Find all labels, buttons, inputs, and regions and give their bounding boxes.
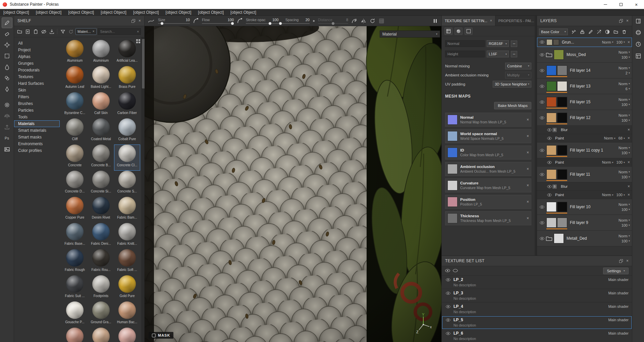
delete-effect-button[interactable]: × [628,160,630,164]
projection-tool-button[interactable] [2,40,12,50]
camera-tool-button[interactable] [2,144,12,154]
add-group-button[interactable] [612,28,620,36]
add-paint-layer-button[interactable] [587,28,594,36]
channel-format-dropdown[interactable]: RGB16F▾ [487,40,509,47]
material-item[interactable]: Concrete B... [88,145,114,171]
blend-mode-dropdown[interactable]: Norm▾ [619,66,630,70]
layer-content-thumbnail[interactable] [546,113,556,123]
texture-set-shader[interactable]: Main shader [608,278,629,282]
visibility-toggle[interactable] [539,101,545,104]
display-settings-icon[interactable] [635,30,641,37]
layer-thumbnails[interactable] [546,39,559,45]
blend-mode-dropdown[interactable]: Norm▾ [602,160,613,164]
opacity-dropdown[interactable]: 100▾ [622,175,630,179]
shelf-category-item[interactable]: Project [14,47,60,53]
layer-content-thumbnail[interactable] [554,50,564,60]
channel-name-box[interactable]: Height [445,51,485,57]
viewport-3d[interactable]: Material ▾ MASK Y Z x [145,26,441,342]
size-slider-knob[interactable] [161,22,163,25]
uv-borders-button[interactable] [465,27,473,35]
undock-panel-button[interactable] [619,259,623,263]
export-tool-button[interactable] [2,122,12,132]
stroke-opacity-value[interactable]: 100 [272,18,278,22]
blend-mode-dropdown[interactable]: Norm▾ [619,218,630,222]
shelf-scrollbar[interactable] [141,37,144,342]
texture-set-shader[interactable]: Main shader [608,331,629,335]
material-item[interactable] [114,328,140,342]
texture-set-item[interactable]: LP_2 Main shader No description [442,276,632,289]
bake-mesh-maps-button[interactable]: Bake Mesh Maps [494,102,531,109]
delete-effect-button[interactable]: × [628,184,630,188]
mesh-map-item[interactable]: World space normal World Space Normals L… [445,129,531,143]
layer-row[interactable]: S Fill layer 10 Norm▾ 100▾ × [537,199,632,215]
symmetry-icon[interactable] [361,18,366,24]
opacity-dropdown[interactable]: 68▾ [619,136,625,140]
close-panel-button[interactable]: × [139,19,141,23]
shelf-category-item[interactable]: Hard Surfaces [14,80,60,87]
alignment-dot-icon[interactable] [313,20,315,22]
layer-content-thumbnail[interactable] [546,218,556,228]
visibility-toggle[interactable] [546,185,552,188]
layer-thumbnails[interactable] [554,50,564,60]
menu-item[interactable]: [object Object] [97,9,130,16]
material-item[interactable]: Concrete S... [114,171,140,197]
shelf-category-item[interactable]: Procedurals [14,67,60,73]
blend-mode-dropdown[interactable]: Norm▾ [619,203,630,207]
opacity-dropdown[interactable]: 100▾ [622,239,630,243]
layer-row[interactable]: S Fill layer 12 Norm▾ 100▾ × [537,110,632,126]
clear-mesh-map-button[interactable]: × [527,200,529,204]
visibility-toggle[interactable] [539,237,545,240]
delete-effect-button[interactable]: × [628,193,630,197]
visibility-toggle[interactable] [539,53,545,56]
material-item[interactable]: Brass Pure [114,66,140,92]
menu-item[interactable]: [object Object] [162,9,195,16]
shelf-category-item[interactable]: Smart masks [14,134,60,140]
layer-mask-thumbnail[interactable] [557,145,567,155]
pressure-toggle-icon[interactable] [237,18,243,23]
menu-item[interactable]: [object Object] [33,9,65,16]
paint-tool-button[interactable] [2,18,12,28]
texture-set-shader[interactable]: Main shader [608,291,629,295]
clear-mesh-map-button[interactable]: × [527,151,529,155]
opacity-dropdown[interactable]: 2▾ [626,71,630,75]
clipboard-icon[interactable] [32,28,39,35]
texture-set-shader[interactable]: Main shader [608,318,629,322]
spacing-value[interactable]: 20 [306,18,310,22]
solo-toggle[interactable] [453,269,458,273]
shelf-category-item[interactable]: Filters [14,94,60,100]
flow-slider[interactable] [202,23,234,24]
shelf-category-item[interactable]: Materials [14,120,60,127]
layer-mask-thumbnail[interactable] [557,113,567,123]
visibility-toggle[interactable] [546,161,552,164]
undock-panel-button[interactable] [619,19,623,23]
shelf-category-item[interactable]: Grunges [14,60,60,67]
material-item[interactable]: Footprints [88,275,114,301]
material-item[interactable]: Fabric Rough [62,249,88,275]
mesh-map-item[interactable]: Curvature Curvature Map from Mesh LP_5 × [445,178,531,192]
mixing-dropdown[interactable]: 3D Space Neighbor▾ [493,81,531,88]
clear-mesh-map-button[interactable]: × [527,167,529,171]
menu-item[interactable]: [object Object] [65,9,97,16]
layer-content-thumbnail[interactable] [546,65,556,75]
blend-mode-dropdown[interactable]: Norm▾ [619,234,630,238]
visibility-toggle[interactable] [445,319,451,322]
refresh-icon[interactable] [67,28,74,35]
layer-row[interactable]: S Grun... Norm▾ 100▾ × [537,38,632,47]
visibility-toggle[interactable] [539,85,545,88]
menu-item[interactable]: [object Object] [130,9,162,16]
clear-mesh-map-button[interactable]: × [527,183,529,187]
open-folder-icon[interactable] [16,28,23,35]
material-mode-button[interactable] [454,27,463,35]
add-fill-layer-button[interactable] [604,28,611,36]
layer-content-thumbnail[interactable] [546,145,556,155]
material-item[interactable]: Concrete [62,145,88,171]
layer-row[interactable]: S Fill layer 14 Norm▾ 2▾ × [537,63,632,78]
close-button[interactable]: × [629,0,644,9]
visibility-toggle[interactable] [546,128,552,131]
layer-row[interactable]: S Paint Norm▾ 68▾ × [537,134,632,142]
material-item[interactable]: Concrete D... [62,171,88,197]
material-item[interactable]: Cobalt Pure [114,118,140,145]
layer-row[interactable]: S Fill layer 11 Norm▾ 100▾ × [537,167,632,182]
shelf-category-item[interactable]: Skin [14,87,60,94]
shelf-category-item[interactable]: Smart materials [14,127,60,134]
